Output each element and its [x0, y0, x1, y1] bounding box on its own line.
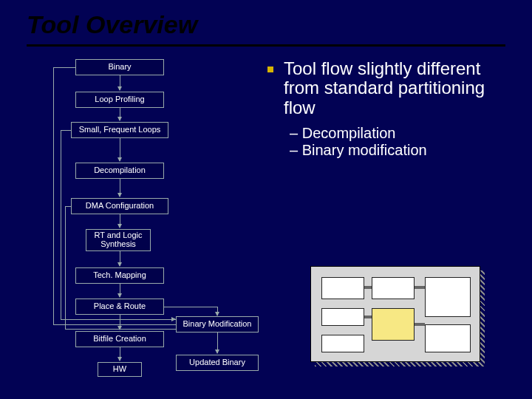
flow-rt-logic: RT and Logic Synthesis — [86, 229, 151, 251]
diagram-frame — [310, 266, 480, 362]
diagram-block — [321, 277, 364, 299]
connector-line — [65, 329, 176, 330]
arrow-icon — [120, 108, 120, 120]
bullet-list: Tool flow slightly different from standa… — [267, 59, 513, 159]
architecture-diagram — [310, 266, 480, 362]
arrow-icon — [120, 251, 120, 266]
connector-line — [61, 130, 71, 131]
arrow-icon — [120, 284, 120, 297]
bullet-main: Tool flow slightly different from standa… — [267, 59, 513, 117]
arrow-icon — [217, 307, 218, 316]
diagram-connector — [415, 286, 425, 289]
diagram-block — [425, 324, 471, 352]
arrow-icon — [217, 332, 218, 353]
flow-updated-binary: Updated Binary — [176, 355, 259, 371]
flow-binary: Binary — [75, 59, 164, 75]
connector-line — [61, 319, 176, 320]
arrow-icon — [120, 179, 120, 197]
arrow-icon — [120, 75, 120, 90]
connector-line — [164, 307, 217, 307]
diagram-block — [321, 335, 364, 352]
connector-line — [53, 67, 54, 324]
diagram-block — [372, 277, 415, 299]
flow-small-frequent: Small, Frequent Loops — [71, 122, 168, 138]
connector-line — [53, 324, 176, 325]
arrow-icon — [174, 318, 175, 319]
bullet-square-icon — [267, 66, 273, 72]
flow-loop-profiling: Loop Profiling — [75, 92, 164, 108]
flow-decompilation: Decompilation — [75, 163, 164, 179]
arrow-icon — [120, 138, 120, 161]
title-underline — [27, 44, 505, 47]
flow-dma-config: DMA Configuration — [71, 198, 168, 214]
flow-binary-mod: Binary Modification — [176, 316, 259, 332]
flow-bitfile: Bitfile Creation — [75, 331, 164, 347]
slide-title: Tool Overview — [27, 10, 197, 39]
diagram-block — [425, 277, 471, 317]
bullet-sub-1: Binary modification — [290, 142, 513, 159]
diagram-connector — [364, 286, 372, 289]
flow-hw: HW — [98, 362, 142, 377]
connector-line — [65, 206, 66, 329]
diagram-connector — [364, 316, 372, 318]
arrow-icon — [120, 347, 120, 361]
flow-tech-mapping: Tech. Mapping — [75, 267, 164, 284]
diagram-connector — [415, 323, 425, 326]
diagram-block-highlight — [372, 308, 415, 341]
flow-place-route: Place & Route — [75, 299, 164, 315]
connector-line — [53, 67, 75, 68]
diagram-block — [321, 308, 364, 326]
slide-title-wrap: Tool Overview — [27, 10, 197, 39]
connector-line — [65, 206, 71, 207]
connector-line — [61, 130, 61, 319]
arrow-icon — [120, 214, 120, 228]
bullet-main-text: Tool flow slightly different from standa… — [284, 58, 485, 117]
bullet-sub-0: Decompilation — [290, 125, 513, 142]
bullet-sublist: Decompilation Binary modification — [267, 125, 513, 159]
arrow-icon — [120, 315, 120, 330]
